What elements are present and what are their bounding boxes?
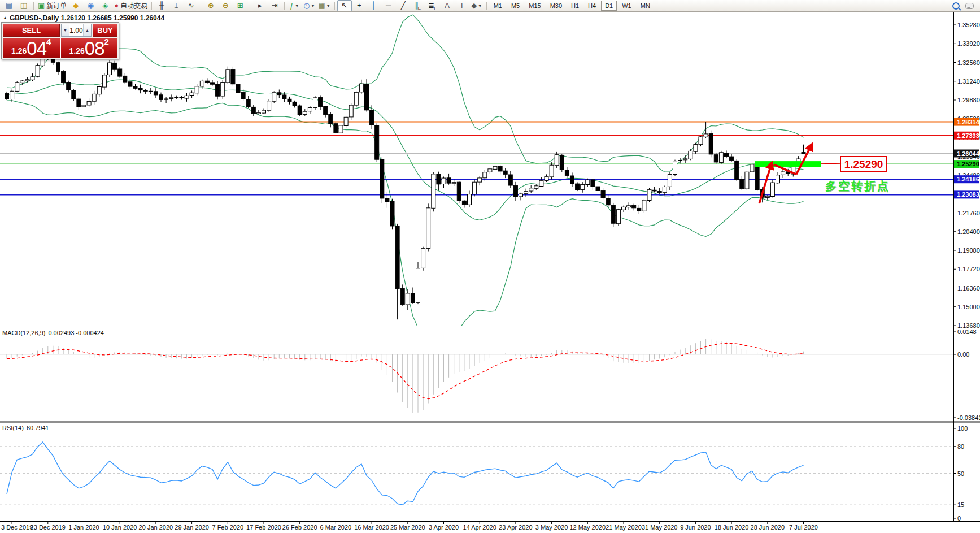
auto-trading-button[interactable]: ●自动交易 (112, 0, 149, 11)
timeframe-w1-button[interactable]: W1 (618, 1, 635, 11)
chart-title: ▲GBPUSD-,Daily 1.26120 1.26685 1.25990 1… (3, 14, 164, 22)
volume-input[interactable]: 1.00 (69, 24, 83, 36)
candle-body (62, 71, 66, 82)
bar-chart-mode-button[interactable]: ╫ (154, 0, 169, 11)
candle-body (555, 155, 559, 166)
toolbar-separator (334, 2, 335, 10)
arrows-tool-button[interactable]: ◆▼ (469, 0, 484, 11)
timeframe-m5-button[interactable]: M5 (507, 1, 524, 11)
candlestick-mode-button[interactable]: ⌶ (169, 0, 184, 11)
timeframe-h4-button[interactable]: H4 (584, 1, 600, 11)
timeframe-mn-button[interactable]: MN (637, 1, 654, 11)
cursor-button[interactable]: ↖ (337, 0, 352, 11)
zoom-out-button[interactable]: ⊖ (218, 0, 233, 11)
chart-profiles-button[interactable]: ◫ (16, 0, 31, 11)
candle-body (36, 66, 40, 77)
chat-icon[interactable] (965, 3, 974, 9)
candle-body (25, 80, 29, 81)
text-tool-button[interactable]: A (440, 0, 455, 11)
time-axis: 3 Dec 201923 Dec 20191 Jan 202010 Jan 20… (1, 522, 818, 531)
sell-button[interactable]: SELL (3, 24, 60, 37)
timeframe-m30-button[interactable]: M30 (546, 1, 566, 11)
sell-price[interactable]: 1.26044 (3, 38, 60, 58)
buy-button[interactable]: BUY (93, 24, 117, 37)
indicators-dropdown-icon[interactable]: ▼ (295, 4, 299, 8)
candle-body (524, 192, 528, 194)
crosshair-button[interactable]: + (352, 0, 367, 11)
auto-scroll-button[interactable]: ▸ (252, 0, 267, 11)
candle-body (591, 180, 595, 187)
candle-body (657, 192, 661, 193)
zoom-out-icon: ⊖ (223, 1, 229, 10)
horizontal-line-tool-icon: ─ (386, 1, 391, 10)
highlight-band[interactable] (755, 161, 821, 167)
price-tag-text: 1.23083 (957, 191, 979, 198)
periods-button[interactable]: ◷▼ (302, 0, 316, 11)
candle-body (56, 63, 60, 72)
toolbar-group: ▸⇥ (252, 0, 282, 11)
candle-body (432, 174, 435, 208)
candle-body (236, 84, 240, 92)
chart-shift-button[interactable]: ⇥ (267, 0, 282, 11)
sell-price-big: 04 (27, 40, 46, 57)
templates-dropdown-icon[interactable]: ▼ (326, 4, 330, 8)
fibonacci-tool-button[interactable]: ≣F (425, 0, 440, 11)
text-label-tool-button[interactable]: T (455, 0, 469, 11)
trendline-tool-button[interactable]: ╱ (396, 0, 411, 11)
candle-body (519, 194, 523, 197)
one-click-collapse-icon[interactable]: ▲ (3, 15, 7, 20)
candle-body (606, 198, 610, 205)
toolbar-group: ↖+│─╱∥E≣FAT◆▼ (337, 0, 484, 11)
price-axis-tick: 1.17720 (957, 266, 980, 272)
volume-stepper: ▼ 1.00 ▲ (61, 24, 92, 37)
arrows-tool-dropdown-icon[interactable]: ▼ (478, 4, 482, 8)
candle-body (689, 151, 692, 159)
zoom-in-button[interactable]: ⊕ (203, 0, 218, 11)
candle-body (221, 83, 225, 96)
indicators-button[interactable]: ƒ▼ (287, 0, 302, 11)
new-order-button[interactable]: ▣新订单 (36, 0, 68, 11)
macd-axis-tick: 0.00 (957, 351, 969, 358)
chart-ohlc-values: 1.26120 1.26685 1.25990 1.26044 (61, 14, 165, 22)
timeframe-h1-button[interactable]: H1 (567, 1, 583, 11)
candle-body (694, 145, 698, 152)
periods-dropdown-icon[interactable]: ▼ (311, 4, 315, 8)
candle-body (262, 110, 266, 113)
vertical-line-tool-button[interactable]: │ (367, 0, 381, 11)
line-chart-mode-button[interactable]: ∿ (184, 0, 198, 11)
candle-body (668, 175, 672, 187)
candle-body (457, 182, 461, 201)
chart-styles-button[interactable]: ◆ (68, 0, 83, 11)
date-label: 9 Jun 2020 (680, 524, 711, 531)
volume-decrease-button[interactable]: ▼ (62, 24, 69, 36)
volume-increase-button[interactable]: ▲ (83, 24, 91, 36)
timeframe-d1-button[interactable]: D1 (601, 1, 617, 11)
candle-body (67, 83, 71, 90)
candle-body (313, 98, 317, 108)
new-chart-button[interactable]: ▤ (2, 0, 16, 11)
arrows-tool-icon: ◆ (471, 1, 477, 10)
price-annotation-box[interactable]: 1.25290 (840, 156, 887, 172)
search-icon[interactable] (952, 2, 960, 10)
tile-windows-button[interactable]: ⊞ (233, 0, 247, 11)
buy-price[interactable]: 1.26082 (61, 38, 118, 58)
equidistant-channel-tool-button[interactable]: ∥E (411, 0, 425, 11)
accounts-button[interactable]: ◉ (83, 0, 98, 11)
signals-button[interactable]: ◈ (98, 0, 112, 11)
new-chart-icon: ▤ (6, 1, 12, 10)
candlestick-series (5, 27, 806, 319)
templates-button[interactable]: ▦▼ (316, 0, 332, 11)
candle-body (400, 288, 404, 305)
fibonacci-tool-sub-label: F (434, 6, 437, 11)
horizontal-line-tool-button[interactable]: ─ (381, 0, 396, 11)
rsi-indicator-label: RSI(14)60.7941 (2, 424, 49, 431)
timeframe-m1-button[interactable]: M1 (490, 1, 506, 11)
turning-point-annotation[interactable]: 多空转折点 (825, 179, 890, 194)
timeframe-m15-button[interactable]: M15 (525, 1, 545, 11)
candle-body (616, 210, 620, 224)
toolbar-separator (486, 2, 487, 10)
candle-body (725, 153, 729, 157)
candle-body (483, 172, 487, 178)
candle-body (683, 159, 687, 160)
candle-body (190, 93, 194, 95)
